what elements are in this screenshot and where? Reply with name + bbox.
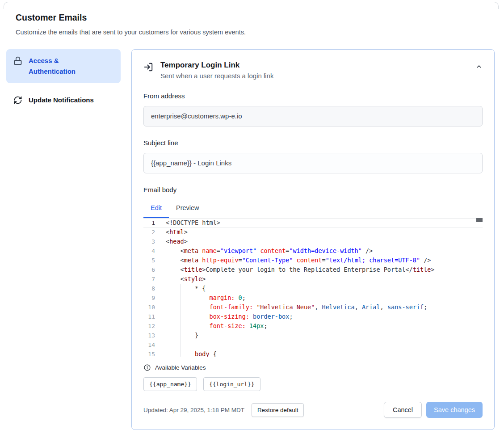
line-number: 10	[143, 303, 155, 312]
line-number: 4	[143, 246, 155, 256]
code-text: <!DOCTYPE html>	[166, 218, 220, 227]
page-subtitle: Customize the emails that are sent to yo…	[16, 29, 495, 36]
updated-timestamp: Updated: Apr 29, 2025, 1:18 PM MDT	[143, 407, 244, 413]
variable-chip-app-name[interactable]: {{app_name}}	[143, 377, 197, 391]
line-number: 14	[143, 340, 155, 350]
refresh-icon	[13, 96, 22, 105]
panel-header: Temporary Login Link Sent when a user re…	[143, 60, 483, 80]
code-text: * {	[166, 284, 206, 293]
container-top-border	[4, 2, 499, 9]
subject-line-label: Subject line	[143, 139, 483, 147]
code-text: <meta http-equiv="Content-Type" content=…	[166, 256, 431, 265]
line-number: 11	[143, 312, 155, 321]
code-text: font-family: "Helvetica Neue", Helvetica…	[166, 303, 427, 312]
line-number: 5	[143, 256, 155, 265]
email-body-label: Email body	[143, 186, 483, 194]
code-line[interactable]: 4 <meta name="viewport" content="width=d…	[143, 246, 483, 256]
code-text: }	[166, 331, 198, 340]
editor-scrollbar-thumb[interactable]	[476, 218, 483, 222]
line-number: 9	[143, 293, 155, 303]
code-text: <meta name="viewport" content="width=dev…	[166, 246, 373, 256]
code-text: box-sizing: border-box;	[166, 312, 293, 321]
line-number: 2	[143, 227, 155, 237]
line-number: 3	[143, 237, 155, 246]
panel-title: Temporary Login Link	[160, 60, 273, 70]
sidebar-item-access-authentication[interactable]: Access & Authentication	[6, 49, 121, 83]
indent-guide	[195, 293, 195, 331]
from-address-input[interactable]	[143, 106, 483, 126]
from-address-label: From address	[143, 92, 483, 100]
code-line[interactable]: 12 font-size: 14px;	[143, 321, 483, 331]
code-text: <title>Complete your login to the Replic…	[166, 265, 435, 274]
line-number: 8	[143, 284, 155, 293]
code-line[interactable]: 6 <title>Complete your login to the Repl…	[143, 265, 483, 274]
code-line[interactable]: 10 font-family: "Helvetica Neue", Helvet…	[143, 303, 483, 312]
email-body-tabs: Edit Preview	[143, 200, 483, 218]
line-number: 7	[143, 274, 155, 284]
code-text: <head>	[166, 237, 188, 246]
line-number: 13	[143, 331, 155, 340]
available-variables-label: Available Variables	[155, 364, 206, 371]
panel-subtitle: Sent when a user requests a login link	[160, 72, 273, 80]
chevron-up-icon[interactable]	[475, 63, 483, 70]
sidebar-item-label: Access & Authentication	[29, 55, 87, 77]
temporary-login-link-panel: Temporary Login Link Sent when a user re…	[131, 49, 495, 430]
line-number: 1	[143, 218, 155, 227]
variable-chip-login-url[interactable]: {{login_url}}	[203, 377, 260, 391]
code-text: <style>	[166, 274, 206, 284]
code-text: <html>	[166, 227, 188, 237]
indent-guide	[180, 284, 181, 357]
save-changes-button[interactable]: Save changes	[426, 402, 483, 418]
variable-chips: {{app_name}} {{login_url}}	[143, 377, 483, 391]
code-line[interactable]: 7 <style>	[143, 274, 483, 284]
code-line[interactable]: 2<html>	[143, 227, 483, 237]
line-number: 6	[143, 265, 155, 274]
tab-preview[interactable]: Preview	[169, 200, 206, 218]
code-line[interactable]: 3<head>	[143, 237, 483, 246]
code-line[interactable]: 5 <meta http-equiv="Content-Type" conten…	[143, 256, 483, 265]
lock-icon	[13, 56, 22, 65]
code-line[interactable]: 8 * {	[143, 284, 483, 293]
panel-header-text: Temporary Login Link Sent when a user re…	[160, 60, 273, 80]
code-line[interactable]: 14	[143, 340, 483, 350]
tab-edit[interactable]: Edit	[143, 200, 169, 218]
log-in-icon	[143, 62, 153, 72]
main-layout: Access & Authentication Update Notificat…	[6, 49, 495, 430]
page-title: Customer Emails	[16, 13, 495, 23]
sidebar-item-label: Update Notifications	[29, 95, 94, 105]
info-icon	[143, 364, 151, 371]
line-number: 12	[143, 321, 155, 331]
code-text: font-size: 14px;	[166, 321, 268, 331]
code-lines: 1<!DOCTYPE html>2<html>3<head>4 <meta na…	[143, 218, 483, 357]
page-header: Customer Emails Customize the emails tha…	[16, 13, 495, 36]
line-number: 15	[143, 350, 155, 357]
code-line[interactable]: 9 margin: 0;	[143, 293, 483, 303]
code-text: body {	[166, 350, 217, 357]
cancel-button[interactable]: Cancel	[384, 402, 422, 418]
code-line[interactable]: 13 }	[143, 331, 483, 340]
subject-line-input[interactable]	[143, 153, 483, 173]
available-variables-row: Available Variables	[143, 364, 483, 371]
code-editor[interactable]: 1<!DOCTYPE html>2<html>3<head>4 <meta na…	[143, 218, 483, 357]
code-line[interactable]: 11 box-sizing: border-box;	[143, 312, 483, 321]
panel-footer: Updated: Apr 29, 2025, 1:18 PM MDT Resto…	[143, 391, 483, 418]
code-line[interactable]: 1<!DOCTYPE html>	[143, 218, 483, 227]
email-types-sidebar: Access & Authentication Update Notificat…	[6, 49, 121, 112]
restore-default-button[interactable]: Restore default	[252, 403, 304, 417]
code-text: margin: 0;	[166, 293, 246, 303]
code-line[interactable]: 15 body {	[143, 350, 483, 357]
sidebar-item-update-notifications[interactable]: Update Notifications	[6, 88, 121, 112]
